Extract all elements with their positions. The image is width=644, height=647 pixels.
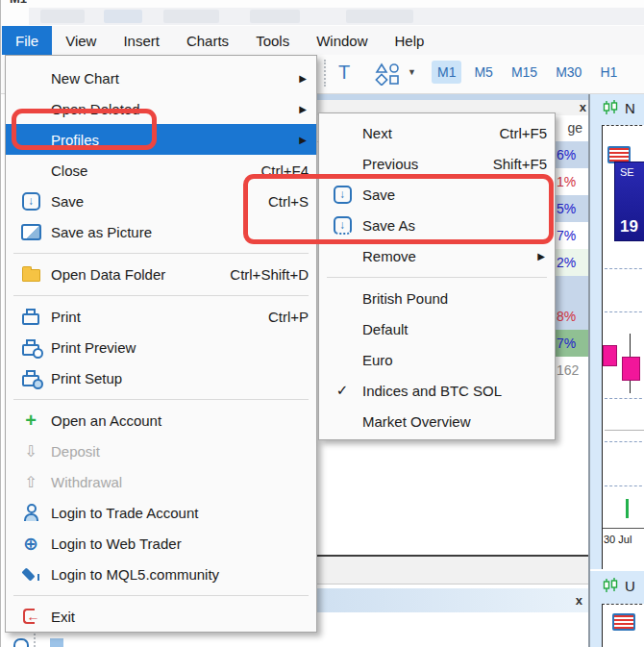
- dock-close-icon[interactable]: x: [576, 593, 582, 608]
- submenu-item-british-pound[interactable]: British Pound: [319, 283, 555, 313]
- market-watch-row[interactable]: 7%: [556, 222, 588, 249]
- exit-icon: ←: [17, 606, 44, 627]
- menubar-item-tools[interactable]: Tools: [242, 26, 303, 55]
- toolbar-ghost-block: [40, 10, 85, 23]
- timeframe-m5-button[interactable]: M5: [468, 61, 498, 84]
- check-icon: ✓: [329, 380, 356, 401]
- menu-item-login-to-web-trader[interactable]: ⊕ Login to Web Trader: [6, 528, 316, 559]
- market-watch-top-strip: [317, 93, 588, 100]
- market-watch-row[interactable]: [556, 276, 588, 303]
- toolbar-drag-handle[interactable]: [324, 60, 326, 87]
- menu-item-print[interactable]: Print Ctrl+P: [6, 301, 316, 332]
- shapes-tool-icon[interactable]: [375, 62, 402, 86]
- chart-top-title: N: [625, 100, 635, 116]
- timeframe-h1-button[interactable]: H1: [594, 61, 623, 84]
- timeframe-m1-button[interactable]: M1: [432, 61, 461, 84]
- market-watch-close-icon[interactable]: x: [580, 100, 586, 115]
- market-watch-row[interactable]: 1%: [556, 168, 588, 195]
- submenu-item-default[interactable]: Default: [319, 313, 555, 344]
- menubar: File View Insert Charts Tools Window Hel…: [0, 26, 644, 56]
- change-column-label: ge: [567, 120, 582, 136]
- gridline: [605, 485, 644, 486]
- menu-item-login-to-mql5-community[interactable]: Login to MQL5.community: [6, 559, 316, 589]
- menu-item-label: Market Overview: [362, 413, 471, 430]
- menu-separator: [6, 393, 316, 405]
- plus-icon: +: [17, 410, 44, 431]
- menu-item-login-to-trade-account[interactable]: Login to Trade Account: [6, 497, 316, 528]
- menu-item-print-setup[interactable]: Print Setup: [6, 362, 316, 393]
- menu-separator: [6, 589, 316, 601]
- menu-item-new-chart[interactable]: New Chart ▶: [6, 62, 316, 93]
- menubar-item-view[interactable]: View: [52, 26, 110, 55]
- market-watch-row[interactable]: 6%: [556, 141, 588, 168]
- background-separator-fragment: [34, 634, 36, 647]
- highlight-rect-save: [243, 174, 554, 244]
- menu-item-print-preview[interactable]: Print Preview: [6, 332, 316, 362]
- toolbar-ghost-block: [163, 10, 219, 23]
- menu-item-label: Default: [362, 321, 409, 337]
- market-watch-row[interactable]: 162: [556, 357, 588, 384]
- market-watch-row[interactable]: 5%: [556, 195, 588, 222]
- menu-item-open-data-folder[interactable]: Open Data Folder Ctrl+Shift+D: [6, 259, 316, 289]
- price-info-box: SE 19: [614, 162, 644, 241]
- chart-bottom-titlebar[interactable]: U: [590, 571, 644, 600]
- shapes-dropdown-caret-icon[interactable]: ▼: [408, 67, 416, 77]
- menu-item-exit[interactable]: ← Exit: [6, 601, 316, 632]
- timeframe-m15-button[interactable]: M15: [506, 61, 543, 84]
- menu-item-label: Save: [51, 193, 84, 210]
- globe-icon: ⊕: [17, 533, 44, 554]
- market-watch-row[interactable]: 8%: [556, 303, 588, 330]
- bullish-tick: [626, 499, 629, 518]
- menu-item-label: Login to MQL5.community: [51, 566, 219, 583]
- candles-icon: [603, 100, 619, 115]
- menu-item-deposit: ⇩ Deposit: [6, 435, 316, 466]
- chart-window-bottom: U: [590, 571, 644, 647]
- menubar-item-window[interactable]: Window: [303, 26, 381, 55]
- menu-item-label: Save as Picture: [51, 224, 152, 240]
- chart-top-titlebar[interactable]: N: [590, 93, 644, 122]
- menubar-item-charts[interactable]: Charts: [173, 26, 242, 55]
- submenu-item-market-overview[interactable]: Market Overview: [319, 406, 555, 436]
- menu-item-label: Exit: [51, 609, 75, 625]
- market-watch-row[interactable]: 2%: [556, 249, 588, 276]
- menu-item-shortcut: Shift+F5: [493, 156, 547, 172]
- menu-separator: [319, 271, 555, 283]
- x-axis-label: 30 Jul: [604, 534, 632, 545]
- market-watch-rows: 6% 1% 5% 7% 2% 8% 7% 162: [556, 141, 588, 384]
- menu-item-label: Close: [51, 162, 87, 179]
- chart-top-area[interactable]: SE 19 30 Jul: [602, 125, 644, 569]
- menu-item-open-an-account[interactable]: + Open an Account: [6, 405, 316, 435]
- picture-icon: [17, 221, 44, 242]
- timeframe-m30-button[interactable]: M30: [550, 61, 587, 84]
- window-titlebar: M1: [0, 0, 644, 26]
- candles-icon: [603, 578, 619, 593]
- menubar-item-insert[interactable]: Insert: [110, 26, 173, 55]
- submenu-item-euro[interactable]: Euro: [319, 344, 555, 375]
- object-list-icon[interactable]: [612, 613, 635, 631]
- menu-item-label: Print Preview: [51, 339, 136, 356]
- menu-item-shortcut: Ctrl+Shift+D: [230, 266, 309, 283]
- menu-item-label: Deposit: [51, 443, 100, 460]
- highlight-rect-profiles: [12, 109, 157, 150]
- submenu-arrow-icon: ▶: [299, 104, 309, 114]
- submenu-item-next[interactable]: Next Ctrl+F5: [319, 117, 555, 148]
- submenu-arrow-icon: ▶: [537, 251, 547, 261]
- menu-item-label: Previous: [362, 156, 418, 172]
- menubar-item-help[interactable]: Help: [382, 26, 438, 55]
- text-tool-icon[interactable]: T: [338, 62, 350, 84]
- submenu-item-indices-and-btc-sol[interactable]: ✓ Indices and BTC SOL: [319, 375, 555, 406]
- submenu-item-remove[interactable]: Remove ▶: [319, 240, 555, 271]
- menu-item-label: Euro: [362, 352, 393, 368]
- quick-access-band: [29, 8, 644, 25]
- gridline: [605, 398, 644, 399]
- menu-item-label: New Chart: [51, 70, 119, 87]
- market-watch-row[interactable]: 7%: [556, 330, 588, 357]
- menubar-item-file[interactable]: File: [2, 26, 52, 55]
- menu-item-label: Print Setup: [51, 370, 122, 386]
- submenu-arrow-icon: ▶: [299, 135, 309, 145]
- x-axis: [603, 528, 644, 529]
- dock-titlebar: x: [315, 588, 588, 612]
- chart-bottom-area[interactable]: [602, 604, 644, 647]
- toolbar-ghost-block: [104, 10, 142, 23]
- toolbar-ghost-block: [346, 10, 413, 23]
